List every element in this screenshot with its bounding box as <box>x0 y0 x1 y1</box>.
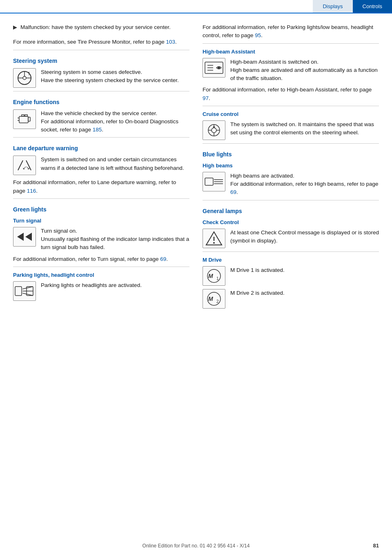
bullet-arrow: ▶ <box>13 24 17 30</box>
left-column: ▶ Malfunction: have the system checked b… <box>13 23 189 312</box>
steering-icon: ! <box>13 68 36 88</box>
malfunction-text: Malfunction: have the system checked by … <box>20 23 171 31</box>
lane-icon-text: System is switched on and under certain … <box>41 156 189 172</box>
tab-displays[interactable]: Displays <box>313 0 352 13</box>
divider-r5 <box>203 251 379 252</box>
steering-section: ! Steering system in some cases defectiv… <box>13 68 189 88</box>
highbeam-assist-icon <box>203 58 225 78</box>
header-tabs: Displays Controls <box>313 0 392 13</box>
svg-rect-7 <box>22 115 24 116</box>
divider-4 <box>13 198 189 199</box>
svg-text:M: M <box>208 296 213 302</box>
lane-icon: ↙ ↘ <box>13 156 36 175</box>
svg-point-29 <box>212 128 216 133</box>
divider-r3 <box>203 143 379 144</box>
parking-subtitle: Parking lights, headlight control <box>13 272 189 278</box>
engine-title: Engine functions <box>13 99 189 105</box>
malfunction-bullet: ▶ Malfunction: have the system checked b… <box>13 23 189 35</box>
divider-1 <box>13 50 189 50</box>
engine-icon-text: Have the vehicle checked by the service … <box>41 109 189 134</box>
svg-point-1 <box>23 76 26 80</box>
svg-text:↘: ↘ <box>26 165 30 171</box>
engine-section: Have the vehicle checked by the service … <box>13 109 189 134</box>
lane-section: ↙ ↘ System is switched on and under cert… <box>13 156 189 175</box>
highbeam-page-link[interactable]: 69 <box>230 189 236 195</box>
mdrive-subtitle: M Drive <box>203 257 379 263</box>
lane-ref: For additional information, refer to Lan… <box>13 178 189 195</box>
svg-point-27 <box>218 67 220 69</box>
svg-marker-17 <box>25 233 32 241</box>
turn-signal-icon-text: Turn signal on. Unusually rapid flashing… <box>41 227 189 252</box>
general-lamps-title: General lamps <box>203 208 379 214</box>
turn-page-link[interactable]: 69 <box>160 256 166 262</box>
engine-page-link[interactable]: 185 <box>93 127 102 133</box>
check-control-icon <box>203 229 225 248</box>
turn-signal-subtitle: Turn signal <box>13 218 189 224</box>
cruise-subtitle: Cruise control <box>203 111 379 117</box>
engine-icon <box>13 109 36 129</box>
parking-icon-text: Parking lights or headlights are activat… <box>41 281 189 289</box>
green-lights-title: Green lights <box>13 206 189 213</box>
highbeam-section: High beams are activated. For additional… <box>203 172 379 197</box>
parking-page-link[interactable]: 95 <box>255 32 261 38</box>
svg-text:M: M <box>208 273 213 279</box>
turn-ref: For additional information, refer to Tur… <box>13 255 189 263</box>
svg-rect-6 <box>19 116 28 123</box>
svg-point-41 <box>213 242 215 244</box>
highbeam-assist-ref: For additional information, refer to Hig… <box>203 86 379 102</box>
turn-signal-section: Turn signal on. Unusually rapid flashing… <box>13 227 189 252</box>
main-content: ▶ Malfunction: have the system checked b… <box>0 13 392 328</box>
turn-signal-icon <box>13 227 36 247</box>
highbeam-icon <box>203 172 225 191</box>
divider-r4 <box>203 200 379 200</box>
cruise-icon-text: The system is switched on. It maintains … <box>230 120 379 137</box>
footer: Online Edition for Part no. 01 40 2 956 … <box>0 543 392 549</box>
page-number: 81 <box>373 543 379 549</box>
parking-section: Parking lights or headlights are activat… <box>13 281 189 301</box>
cruise-icon <box>203 120 225 140</box>
highbeam-assist-icon-text: High-beam Assistant is switched on. High… <box>230 58 379 83</box>
divider-r1 <box>203 43 379 44</box>
tire-pressure-link[interactable]: 103 <box>166 39 175 45</box>
svg-rect-11 <box>28 117 30 121</box>
highbeam-assist-subtitle: High-beam Assistant <box>203 49 379 55</box>
svg-rect-35 <box>205 178 213 185</box>
check-control-subtitle: Check Control <box>203 219 379 225</box>
check-control-icon-text: At least one Check Control message is di… <box>230 229 379 245</box>
mdrive2-icon: M 2 <box>203 289 225 309</box>
divider-5 <box>13 267 189 267</box>
tab-controls[interactable]: Controls <box>353 0 392 13</box>
steering-icon-text: Steering system in some cases defective.… <box>41 68 189 85</box>
mdrive1-icon: M 1 <box>203 266 225 286</box>
lane-page-link[interactable]: 116 <box>27 188 36 194</box>
svg-text:!: ! <box>28 71 30 76</box>
svg-line-19 <box>22 287 33 289</box>
check-control-section: At least one Check Control message is di… <box>203 229 379 248</box>
parking-icon <box>13 281 36 301</box>
mdrive2-text: M Drive 2 is activated. <box>230 289 379 297</box>
divider-r2 <box>203 106 379 106</box>
svg-rect-18 <box>15 287 22 296</box>
lane-title: Lane departure warning <box>13 145 189 151</box>
highbeam-assist-page-link[interactable]: 97 <box>203 95 209 101</box>
cruise-section: The system is switched on. It maintains … <box>203 120 379 140</box>
mdrive1-text: M Drive 1 is activated. <box>230 266 379 274</box>
svg-marker-16 <box>17 233 24 241</box>
steering-title: Steering system <box>13 58 189 64</box>
header: Displays Controls <box>0 0 392 13</box>
highbeam-subtitle: High beams <box>203 162 379 169</box>
blue-lights-title: Blue lights <box>203 151 379 158</box>
highbeam-icon-text: High beams are activated. For additional… <box>230 172 379 197</box>
right-column: For additional information, refer to Par… <box>203 23 379 312</box>
svg-line-21 <box>22 293 33 296</box>
divider-2 <box>13 91 189 91</box>
tire-pressure-ref: For more information, see Tire Pressure … <box>13 38 189 46</box>
svg-point-34 <box>213 126 215 128</box>
footer-text: Online Edition for Part no. 01 40 2 956 … <box>143 543 250 549</box>
svg-rect-8 <box>25 115 27 116</box>
mdrive2-section: M 2 M Drive 2 is activated. <box>203 289 379 309</box>
svg-text:1: 1 <box>216 276 219 281</box>
highbeam-assist-section: High-beam Assistant is switched on. High… <box>203 58 379 83</box>
mdrive1-section: M 1 M Drive 1 is activated. <box>203 266 379 286</box>
svg-text:2: 2 <box>216 299 219 304</box>
